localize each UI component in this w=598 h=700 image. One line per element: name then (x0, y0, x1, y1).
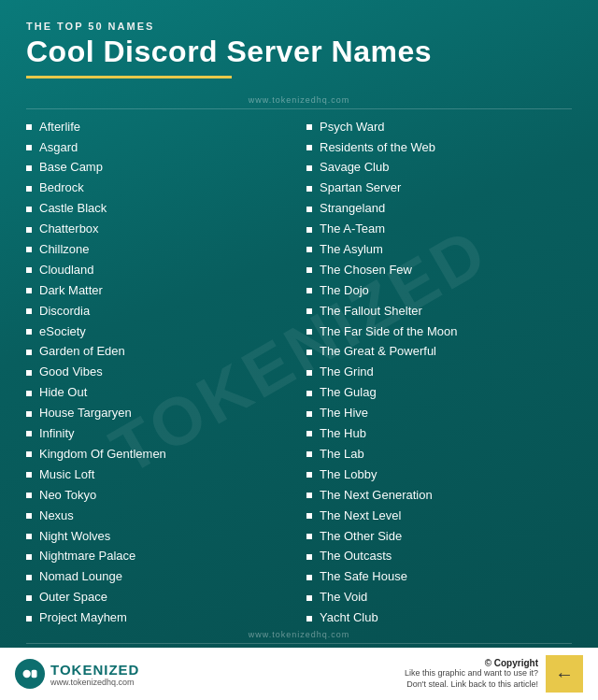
bullet-icon (306, 472, 312, 478)
bullet-icon (306, 165, 312, 171)
divider-bottom (26, 643, 572, 644)
list-item: The Hive (306, 404, 572, 424)
bullet-icon (26, 431, 32, 436)
list-item: Good Vibes (26, 363, 292, 383)
list-item: Castle Black (26, 199, 292, 220)
bullet-icon (26, 267, 32, 273)
list-item: Bedrock (26, 179, 292, 199)
bullet-icon (306, 124, 312, 130)
list-item: The Void (306, 588, 572, 608)
bullet-icon (26, 207, 32, 212)
list-item: The Safe House (306, 567, 572, 588)
list-item: Strangeland (306, 199, 572, 220)
bullet-icon (26, 145, 32, 150)
list-item: The Lab (306, 444, 572, 464)
bullet-icon (306, 329, 312, 335)
bullet-icon (306, 308, 312, 314)
bullet-icon (26, 616, 32, 621)
bullet-icon (26, 534, 32, 539)
bullet-icon (26, 391, 32, 396)
bullet-icon (26, 472, 32, 478)
list-item: Residents of the Web (306, 137, 572, 158)
bullet-icon (306, 370, 312, 376)
logo-url: www.tokenizedhq.com (50, 678, 139, 687)
subtitle: THE TOP 50 NAMES (26, 21, 572, 32)
bullet-icon (306, 391, 312, 396)
bullet-icon (26, 513, 32, 519)
list-item: Garden of Eden (26, 342, 292, 363)
main-title: Cool Discord Server Names (26, 36, 572, 68)
bullet-icon (306, 350, 312, 355)
bullet-icon (306, 595, 312, 601)
arrow-icon[interactable]: ← (546, 655, 583, 693)
footer-logo: TOKENIZED www.tokenizedhq.com (15, 659, 139, 689)
bullet-icon (26, 350, 32, 355)
svg-point-0 (23, 670, 31, 678)
list-item: Project Mayhem (26, 608, 292, 629)
bullet-icon (306, 451, 312, 457)
website-top: www.tokenizedhq.com (0, 93, 598, 108)
title-underline (26, 76, 232, 79)
list-item: The Next Level (306, 506, 572, 526)
footer: TOKENIZED www.tokenizedhq.com © Copyrigh… (0, 648, 598, 700)
logo-brand: TOKENIZED (50, 662, 139, 678)
list-item: Nexus (26, 506, 292, 526)
list-item: Infinity (26, 424, 292, 445)
list-item: The Far Side of the Moon (306, 321, 572, 342)
list-item: Chillzone (26, 240, 292, 261)
bullet-icon (26, 124, 32, 130)
bullet-icon (26, 411, 32, 417)
website-bottom: www.tokenizedhq.com (0, 628, 598, 643)
bullet-icon (26, 575, 32, 580)
bullet-icon (306, 513, 312, 519)
copyright-text: © Copyright (147, 658, 538, 668)
list-item: The Gulag (306, 383, 572, 404)
list-item: Nomad Lounge (26, 567, 292, 588)
list-item: Music Loft (26, 464, 292, 485)
list-item: Dark Matter (26, 280, 292, 301)
list-item: The Outcasts (306, 547, 572, 567)
list-item: Asgard (26, 137, 292, 158)
list-item: Kingdom Of Gentlemen (26, 444, 292, 464)
list-item: The Dojo (306, 280, 572, 301)
right-column: Psych WardResidents of the WebSavage Clu… (299, 117, 579, 628)
list-item: Nightmare Palace (26, 547, 292, 567)
bullet-icon (306, 267, 312, 273)
bullet-icon (306, 288, 312, 293)
list-item: Chatterbox (26, 220, 292, 240)
list-item: The Other Side (306, 526, 572, 547)
list-item: Night Wolves (26, 526, 292, 547)
list-item: The A-Team (306, 220, 572, 240)
bullet-icon (26, 186, 32, 192)
bullet-icon (306, 207, 312, 212)
list-item: Base Camp (26, 158, 292, 179)
bullet-icon (26, 451, 32, 457)
brand-icon (21, 664, 39, 683)
bullet-icon (306, 534, 312, 539)
bullet-icon (26, 227, 32, 233)
bullet-icon (306, 575, 312, 580)
list-item: The Fallout Shelter (306, 301, 572, 321)
footer-note-1: Like this graphic and want to use it? (147, 668, 538, 679)
bullet-icon (306, 616, 312, 621)
bullet-icon (26, 493, 32, 498)
footer-center: © Copyright Like this graphic and want t… (139, 658, 546, 690)
list-item: The Asylum (306, 240, 572, 261)
header: THE TOP 50 NAMES Cool Discord Server Nam… (0, 0, 598, 93)
list-item: The Grind (306, 363, 572, 383)
bullet-icon (306, 554, 312, 560)
list-item: Spartan Server (306, 179, 572, 199)
list-item: The Lobby (306, 464, 572, 485)
list-item: The Next Generation (306, 485, 572, 506)
bullet-icon (26, 370, 32, 376)
bullet-icon (26, 308, 32, 314)
list-item: Hide Out (26, 383, 292, 404)
main-container: TOKENIZED THE TOP 50 NAMES Cool Discord … (0, 0, 598, 700)
list-item: Psych Ward (306, 117, 572, 137)
footer-note-2: Don't steal. Link back to this article! (147, 679, 538, 691)
bullet-icon (26, 595, 32, 601)
list-item: House Targaryen (26, 404, 292, 424)
left-column: AfterlifeAsgardBase CampBedrockCastle Bl… (19, 117, 299, 628)
bullet-icon (306, 493, 312, 498)
svg-rect-1 (32, 670, 37, 678)
